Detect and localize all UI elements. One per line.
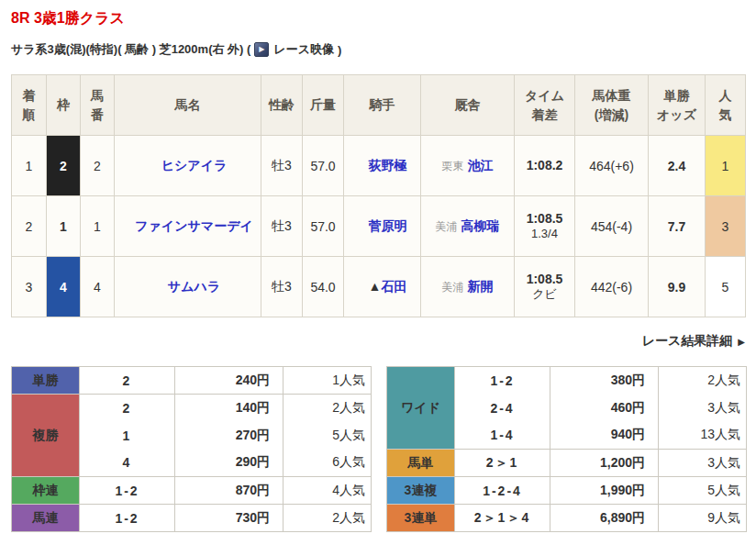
col-sex-age: 性齢 bbox=[261, 75, 303, 136]
frame-number: 1 bbox=[47, 196, 81, 257]
payout-combination: 2-4 bbox=[455, 395, 550, 422]
carried-weight: 57.0 bbox=[303, 136, 344, 196]
payout-amount: 730円 bbox=[175, 505, 284, 532]
finish-margin: クビ bbox=[515, 287, 574, 303]
stable-region: 美浦 bbox=[436, 220, 458, 233]
result-row: 2 1 1 ファインサマーデイ 牡3 57.0 菅原明 美浦高柳瑞 1:08.5… bbox=[12, 196, 746, 257]
payout-combination: 1-2-4 bbox=[455, 477, 550, 505]
payout-popularity: 5人気 bbox=[659, 477, 747, 505]
trainer-link[interactable]: 高柳瑞 bbox=[461, 218, 500, 233]
horse-name-link[interactable]: サムハラ bbox=[168, 279, 220, 294]
col-horse-weight: 馬体重 (増減) bbox=[575, 75, 649, 136]
finish-time: 1:08.5 bbox=[515, 210, 574, 227]
payout-popularity: 9人気 bbox=[659, 505, 747, 532]
payout-area: 単勝 2 240円 1人気 複勝 2 140円 2人気 1 270円 5人気 4… bbox=[11, 366, 745, 532]
payout-amount: 270円 bbox=[175, 422, 284, 450]
payout-combination: 2 bbox=[80, 367, 175, 395]
payout-popularity: 4人気 bbox=[284, 477, 372, 505]
payout-row-sanrentan: 3連単 2＞1＞4 6,890円 9人気 bbox=[387, 505, 747, 532]
popularity: 3 bbox=[706, 196, 746, 257]
payout-combination: 2＞1＞4 bbox=[455, 505, 550, 532]
payout-popularity: 3人気 bbox=[659, 450, 747, 477]
payout-row-tansho: 単勝 2 240円 1人気 bbox=[12, 367, 372, 395]
carried-weight: 54.0 bbox=[303, 257, 344, 317]
bet-type-win: 単勝 bbox=[12, 367, 80, 395]
popularity: 1 bbox=[706, 136, 746, 196]
payout-amount: 6,890円 bbox=[550, 505, 659, 532]
payout-amount: 870円 bbox=[175, 477, 284, 505]
finish-margin: 1.3/4 bbox=[515, 227, 574, 242]
horse-name-cell: ヒシアイラ bbox=[115, 136, 261, 196]
payout-combination: 1-2 bbox=[80, 505, 175, 532]
payout-row-umatan: 馬単 2＞1 1,200円 3人気 bbox=[387, 450, 747, 477]
bet-type-quinella: 馬連 bbox=[12, 505, 80, 532]
trainer-link[interactable]: 池江 bbox=[468, 158, 494, 172]
col-jockey: 騎手 bbox=[344, 75, 421, 136]
win-odds: 9.9 bbox=[649, 257, 706, 317]
video-play-icon: ▶ bbox=[254, 42, 269, 57]
jockey-link[interactable]: 荻野極 bbox=[369, 158, 407, 172]
payout-table-right: ワイド 1-2 380円 2人気 2-4 460円 3人気 1-4 940円 1… bbox=[386, 366, 747, 532]
jockey-link[interactable]: 菅原明 bbox=[369, 218, 407, 233]
horse-name-link[interactable]: ヒシアイラ bbox=[161, 158, 228, 172]
race-result-detail-link[interactable]: レース結果詳細▶ bbox=[642, 333, 745, 348]
payout-amount: 290円 bbox=[175, 450, 284, 477]
bet-type-place: 複勝 bbox=[12, 395, 80, 477]
payout-popularity: 6人気 bbox=[284, 450, 372, 477]
payout-combination: 1 bbox=[80, 422, 175, 450]
payout-table-left: 単勝 2 240円 1人気 複勝 2 140円 2人気 1 270円 5人気 4… bbox=[11, 366, 372, 532]
detail-link-label: レース結果詳細 bbox=[642, 333, 733, 348]
col-frame: 枠 bbox=[47, 75, 81, 136]
payout-combination: 1-4 bbox=[455, 422, 550, 450]
trainer-link[interactable]: 新開 bbox=[468, 279, 494, 294]
col-stable: 厩舎 bbox=[421, 75, 515, 136]
col-finish-order: 着 順 bbox=[12, 75, 47, 136]
finish-time: 1:08.5 bbox=[515, 271, 574, 287]
payout-combination: 2 bbox=[80, 395, 175, 422]
jockey-link[interactable]: 石田 bbox=[381, 279, 406, 294]
horse-name-cell: ファインサマーデイ bbox=[115, 196, 261, 257]
race-results-table: 着 順 枠 馬 番 馬名 性齢 斤量 騎手 厩舎 タイム 着差 馬体重 (増減)… bbox=[11, 74, 746, 317]
horse-number: 2 bbox=[81, 136, 115, 196]
frame-number: 4 bbox=[47, 257, 81, 317]
horse-name-link[interactable]: ファインサマーデイ bbox=[135, 218, 253, 233]
race-video-link[interactable]: ▶ レース映像 bbox=[254, 41, 334, 58]
payout-amount: 460円 bbox=[550, 395, 659, 422]
payout-popularity: 13人気 bbox=[659, 422, 747, 450]
payout-combination: 4 bbox=[80, 450, 175, 477]
stable-cell: 美浦高柳瑞 bbox=[421, 196, 515, 257]
jockey-cell: 荻野極 bbox=[344, 136, 421, 196]
results-header-row: 着 順 枠 馬 番 馬名 性齢 斤量 騎手 厩舎 タイム 着差 馬体重 (増減)… bbox=[12, 75, 746, 136]
race-result-page: 8R 3歳1勝クラス サラ系3歳(混)(特指)( 馬齢 ) 芝1200m(右 外… bbox=[0, 0, 756, 545]
bet-type-bracket-quinella: 枠連 bbox=[12, 477, 80, 505]
payout-row-wakuren: 枠連 1-2 870円 4人気 bbox=[12, 477, 372, 505]
col-win-odds: 単勝 オッズ bbox=[649, 75, 706, 136]
payout-popularity: 1人気 bbox=[284, 367, 372, 395]
finish-position: 2 bbox=[12, 196, 47, 257]
win-odds: 2.4 bbox=[649, 136, 706, 196]
payout-amount: 140円 bbox=[175, 395, 284, 422]
payout-row-umaren: 馬連 1-2 730円 2人気 bbox=[12, 505, 372, 532]
finish-position: 1 bbox=[12, 136, 47, 196]
col-popularity: 人 気 bbox=[706, 75, 746, 136]
time-cell: 1:08.51.3/4 bbox=[515, 196, 575, 257]
popularity: 5 bbox=[706, 257, 746, 317]
col-time-margin: タイム 着差 bbox=[515, 75, 575, 136]
horse-number: 1 bbox=[81, 196, 115, 257]
arrow-right-icon: ▶ bbox=[738, 337, 745, 347]
bet-type-trio: 3連複 bbox=[387, 477, 455, 505]
finish-position: 3 bbox=[12, 257, 47, 317]
payout-popularity: 2人気 bbox=[284, 505, 372, 532]
payout-row-fukusho: 複勝 2 140円 2人気 bbox=[12, 395, 372, 422]
col-carried-weight: 斤量 bbox=[303, 75, 344, 136]
payout-amount: 1,200円 bbox=[550, 450, 659, 477]
bet-type-trifecta: 3連単 bbox=[387, 505, 455, 532]
payout-amount: 1,990円 bbox=[550, 477, 659, 505]
detail-link-row: レース結果詳細▶ bbox=[11, 332, 745, 350]
payout-amount: 940円 bbox=[550, 422, 659, 450]
finish-time: 1:08.2 bbox=[515, 157, 574, 173]
payout-popularity: 2人気 bbox=[659, 367, 747, 395]
sex-age: 牡3 bbox=[261, 136, 303, 196]
horse-name-cell: サムハラ bbox=[115, 257, 261, 317]
time-cell: 1:08.2 bbox=[515, 136, 575, 196]
